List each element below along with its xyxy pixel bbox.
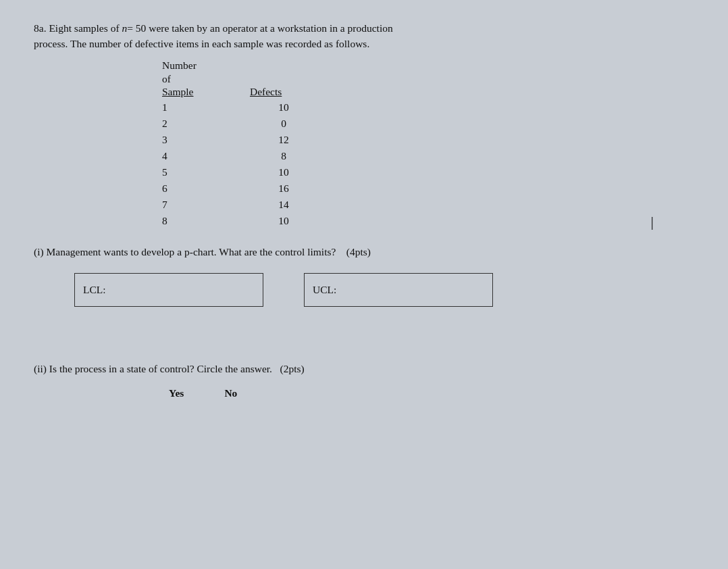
lcl-box[interactable]: LCL: — [74, 273, 263, 307]
table-row: 8 10 — [162, 213, 694, 229]
yes-no-row: Yes No — [169, 387, 694, 399]
ucl-box[interactable]: UCL: — [304, 273, 493, 307]
cursor-icon: | — [651, 213, 654, 230]
part-i-section: (i) Management wants to develop a p-char… — [34, 244, 642, 259]
page: 8a. Eight samples of n= 50 were taken by… — [0, 0, 728, 569]
table-row: 4 8 — [162, 148, 694, 164]
table-row: 7 14 — [162, 197, 694, 213]
number-of-label: Number of — [162, 59, 694, 86]
problem-statement: 8a. Eight samples of n= 50 were taken by… — [34, 20, 642, 52]
data-table-section: Number of Sample Defects 1 10 2 0 3 12 4 — [162, 59, 694, 229]
yes-option[interactable]: Yes — [169, 387, 184, 399]
no-option[interactable]: No — [224, 387, 237, 399]
table-row: 3 12 — [162, 132, 694, 148]
part-ii-section: (ii) Is the process in a state of contro… — [34, 361, 574, 376]
sample-header: Sample — [162, 86, 250, 98]
equals-text: = 50 were taken by an operator at a work… — [127, 22, 393, 34]
part-ii-points: (2pts) — [280, 363, 305, 374]
table-row: 2 0 — [162, 116, 694, 132]
part-i-label: (i) — [34, 246, 44, 257]
problem-number: 8a. — [34, 22, 47, 34]
table-row: 6 16 — [162, 180, 694, 197]
defects-header: Defects — [250, 86, 317, 98]
table-header-row: Sample Defects — [162, 86, 694, 98]
problem-desc-2: process. The number of defective items i… — [34, 38, 369, 49]
part-i-text: Management wants to develop a p-chart. W… — [47, 246, 336, 257]
ucl-label: UCL: — [313, 284, 336, 296]
part-i-points: (4pts) — [346, 246, 371, 257]
problem-desc-1: Eight samples of — [49, 22, 119, 34]
control-limits-row: LCL: UCL: — [74, 273, 694, 307]
part-ii-text: Is the process in a state of control? Ci… — [49, 363, 272, 374]
data-table: 1 10 2 0 3 12 4 8 5 10 6 16 — [162, 99, 694, 229]
lcl-label: LCL: — [83, 284, 106, 296]
part-ii-label: (ii) — [34, 363, 47, 374]
table-row: 5 10 — [162, 164, 694, 180]
table-row: 1 10 — [162, 99, 694, 116]
